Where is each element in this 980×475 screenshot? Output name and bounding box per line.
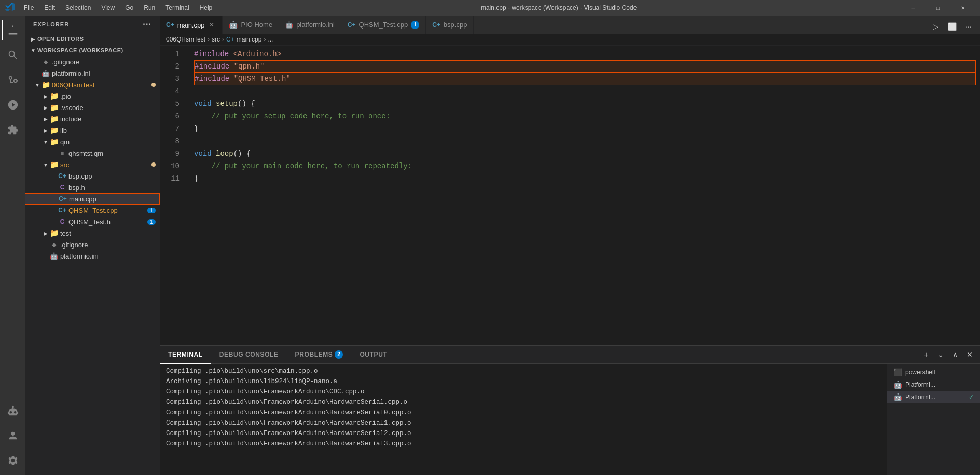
qhsm-test-cpp-tab-badge: 1 [411, 21, 419, 29]
sidebar-item-bsp-h[interactable]: C bsp.h [25, 182, 160, 193]
activity-robot-icon[interactable] [2, 400, 23, 421]
open-editors-section[interactable]: ▶ OPEN EDITORS [25, 33, 160, 45]
main-cpp-tab-label: main.cpp [177, 21, 205, 29]
close-button[interactable]: ✕ [951, 0, 975, 16]
sidebar-item-qhsm-test-cpp[interactable]: C+ QHSM_Test.cpp 1 [25, 205, 160, 216]
include-label: include [60, 115, 156, 123]
terminal-tab-problems[interactable]: PROBLEMS 2 [287, 346, 352, 364]
code-editor[interactable]: 1 2 3 4 5 6 7 8 9 10 11 #include <Arduin… [160, 46, 980, 345]
sidebar-item-platformio-ini2[interactable]: 🤖 platformio.ini [25, 250, 160, 262]
bsp-h-file-icon: C [58, 183, 66, 192]
terminal-sidebar: ⬛ powershell 🤖 PlatformI... 🤖 PlatformI.… [887, 364, 980, 475]
activity-bar-bottom [2, 400, 23, 475]
menu-run[interactable]: Run [140, 3, 159, 12]
sidebar-item-platformio-ini-root[interactable]: 🤖 platformio.ini [25, 67, 160, 79]
code-content[interactable]: #include <Arduino.h> #include "qpn.h" #i… [186, 46, 980, 345]
sidebar-item-006qhsmtest[interactable]: ▼ 📁 006QHsmTest [25, 79, 160, 90]
line-num-1: 1 [160, 48, 180, 60]
menu-edit[interactable]: Edit [40, 3, 59, 12]
sidebar-item-qm[interactable]: ▼ 📁 qm [25, 136, 160, 147]
terminal-sidebar-platformio1[interactable]: 🤖 PlatformI... [887, 378, 980, 391]
terminal-output[interactable]: Compiling .pio\build\uno\src\main.cpp.o … [160, 364, 887, 475]
terminal-sidebar-powershell[interactable]: ⬛ powershell [887, 366, 980, 378]
activity-explorer-icon[interactable] [2, 20, 23, 40]
sidebar-item-vscode[interactable]: ▶ 📁 .vscode [25, 102, 160, 113]
terminal-tab-output[interactable]: OUTPUT [351, 346, 395, 364]
sidebar-item-pio[interactable]: ▶ 📁 .pio [25, 90, 160, 102]
pio-folder-icon: 📁 [50, 92, 58, 100]
sidebar-item-qhsm-test-h[interactable]: C QHSM_Test.h 1 [25, 216, 160, 227]
sidebar-item-gitignore2[interactable]: ◆ .gitignore [25, 239, 160, 250]
main-cpp-label: main.cpp [69, 195, 155, 203]
more-actions-button[interactable]: ··· [961, 19, 976, 34]
sidebar-item-lib[interactable]: ▶ 📁 lib [25, 125, 160, 136]
terminal-line-1: Compiling .pio\build\uno\src\main.cpp.o [166, 366, 880, 376]
line-num-9: 9 [160, 147, 180, 160]
006qhsmtest-label: 006QHsmTest [52, 81, 149, 89]
platformio-ini-root-icon: 🤖 [42, 69, 50, 77]
breadcrumb-ellipsis[interactable]: ... [268, 36, 273, 43]
breadcrumb-006qhsmtest[interactable]: 006QHsmTest [166, 36, 205, 43]
sidebar-item-include[interactable]: ▶ 📁 include [25, 113, 160, 125]
terminal-add-button[interactable]: + [920, 348, 932, 361]
maximize-button[interactable]: □ [926, 0, 950, 16]
src-label: src [60, 161, 149, 169]
menu-go[interactable]: Go [121, 3, 137, 12]
breadcrumb-src[interactable]: src [212, 36, 220, 43]
platformio1-icon: 🤖 [893, 381, 902, 389]
code-line-10: // put your main code here, to run repea… [194, 160, 980, 172]
qhsmtst-file-icon: ≡ [58, 149, 66, 157]
terminal-tab-debug-console[interactable]: DEBUG CONSOLE [211, 346, 287, 364]
tab-pio-home[interactable]: 🤖 PIO Home [223, 16, 279, 34]
test-folder-icon: 📁 [50, 229, 58, 237]
activity-source-control-icon[interactable] [2, 70, 23, 90]
tab-bsp-cpp[interactable]: C+ bsp.cpp [426, 16, 474, 34]
activity-extensions-icon[interactable] [2, 119, 23, 140]
terminal-line-8: Compiling .pio\build\uno\FrameworkArduin… [166, 439, 880, 449]
activity-run-debug-icon[interactable] [2, 94, 23, 115]
main-cpp-file-icon: C+ [59, 195, 67, 203]
terminal-tab-terminal[interactable]: TERMINAL [160, 346, 211, 364]
terminal-chevron-down-icon[interactable]: ⌄ [934, 348, 947, 361]
activity-settings-icon[interactable] [2, 450, 23, 471]
tab-platformio-ini[interactable]: 🤖 platformio.ini [279, 16, 341, 34]
run-button[interactable]: ▷ [928, 19, 943, 34]
sidebar-more-button[interactable]: ··· [143, 20, 151, 29]
tab-main-cpp[interactable]: C+ main.cpp ✕ [160, 16, 223, 34]
sidebar-item-qhsmtst[interactable]: ≡ qhsmtst.qm [25, 147, 160, 159]
sidebar-item-main-cpp[interactable]: C+ main.cpp [25, 193, 160, 205]
breadcrumb-main-cpp[interactable]: main.cpp [237, 36, 262, 43]
workspace-section[interactable]: ▼ WORKSPACE (WORKSPACE) [25, 45, 160, 56]
activity-account-icon[interactable] [2, 425, 23, 446]
sidebar-item-bsp-cpp[interactable]: C+ bsp.cpp [25, 170, 160, 182]
main-cpp-close-button[interactable]: ✕ [208, 21, 216, 29]
sidebar-item-src[interactable]: ▼ 📁 src [25, 159, 160, 170]
powershell-label: powershell [905, 369, 935, 376]
pio-home-tab-icon: 🤖 [229, 21, 238, 29]
sidebar-item-gitignore-root[interactable]: ◆ .gitignore [25, 56, 160, 67]
line-num-10: 10 [160, 160, 180, 172]
terminal-close-button[interactable]: ✕ [963, 348, 976, 361]
code-line-4 [194, 85, 980, 98]
sidebar-item-test[interactable]: ▶ 📁 test [25, 227, 160, 239]
line-num-2: 2 [160, 60, 180, 73]
src-folder-icon: 📁 [50, 160, 58, 169]
window-controls: ─ □ ✕ [901, 0, 975, 16]
menu-selection[interactable]: Selection [61, 3, 95, 12]
minimize-button[interactable]: ─ [901, 0, 925, 16]
tab-qhsm-test-cpp[interactable]: C+ QHSM_Test.cpp 1 [341, 16, 426, 34]
open-editors-arrow-icon: ▶ [29, 35, 37, 43]
menu-terminal[interactable]: Terminal [161, 3, 193, 12]
terminal-maximize-button[interactable]: ∧ [949, 348, 961, 361]
platformio-ini2-label: platformio.ini [60, 252, 156, 260]
qhsm-test-cpp-label: QHSM_Test.cpp [68, 207, 147, 214]
activity-search-icon[interactable] [2, 45, 23, 65]
menu-file[interactable]: File [20, 3, 38, 12]
split-editor-button[interactable]: ⬜ [945, 19, 959, 34]
platformio2-check-icon: ✓ [969, 393, 974, 401]
qhsm-test-cpp-tab-icon: C+ [348, 21, 356, 29]
terminal-sidebar-platformio2[interactable]: 🤖 PlatformI... ✓ [887, 391, 980, 403]
menu-help[interactable]: Help [196, 3, 217, 12]
menu-view[interactable]: View [97, 3, 119, 12]
platformio-ini-root-label: platformio.ini [52, 70, 156, 77]
